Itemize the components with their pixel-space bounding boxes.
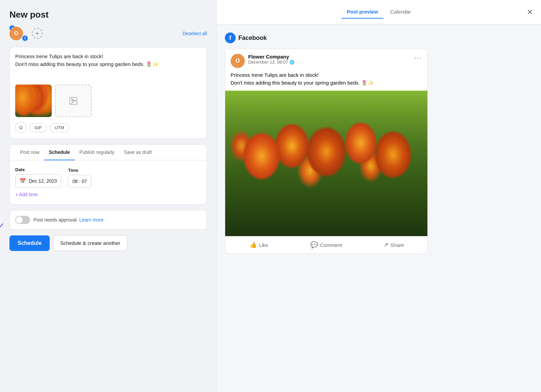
like-icon: 👍 <box>250 241 257 249</box>
add-media-button[interactable] <box>55 85 92 117</box>
fb-post-image <box>225 91 427 236</box>
post-content-card: Princess Irene Tulips are back in stock!… <box>9 47 207 139</box>
fb-post-time: December 12, 08:07 🌐 <box>248 60 411 65</box>
approval-text: Post needs approval. Learn more <box>33 217 103 223</box>
platform-label: f Facebook <box>225 32 533 43</box>
account-avatars[interactable]: O f <box>9 25 28 42</box>
date-label: Date <box>15 167 61 172</box>
date-value: Dec 12, 2023 <box>29 178 57 184</box>
fb-post-text: Princess Irene Tulips are back in stock!… <box>225 71 427 91</box>
comment-icon: 💬 <box>310 241 318 249</box>
time-input[interactable]: 08 : 07 <box>68 175 91 188</box>
action-buttons-row: Schedule Schedule & create another <box>9 235 207 251</box>
share-icon: ↗ <box>383 241 389 249</box>
more-options-button[interactable]: ··· <box>414 54 422 62</box>
time-separator: : <box>79 179 80 184</box>
facebook-logo: f <box>225 32 236 43</box>
globe-icon: 🌐 <box>289 60 295 65</box>
deselect-all-button[interactable]: Deselect all <box>183 31 207 36</box>
add-time-link[interactable]: + Add time <box>15 192 38 197</box>
time-minute: 07 <box>82 179 87 184</box>
left-panel: New post O f + Deselect all Princess Ire… <box>0 0 216 392</box>
page-title: New post <box>9 9 207 20</box>
time-label: Time <box>68 168 91 173</box>
date-time-row: Date 📅 Dec 12, 2023 Time 08 : 07 <box>15 167 201 188</box>
approval-card: Post needs approval. Learn more <box>9 210 207 230</box>
date-field-group: Date 📅 Dec 12, 2023 <box>15 167 61 188</box>
account-row: O f + Deselect all <box>9 25 207 42</box>
tab-post-now[interactable]: Post now <box>15 145 44 160</box>
time-field-group: Time 08 : 07 <box>68 168 91 188</box>
fb-post-meta: Flower Company December 12, 08:07 🌐 <box>248 54 411 65</box>
learn-more-link[interactable]: Learn more <box>79 217 103 223</box>
gif-button[interactable]: GIF <box>29 123 47 132</box>
emoji-button[interactable]: ☺ <box>15 122 27 133</box>
media-row <box>15 85 201 117</box>
tabs-body: Date 📅 Dec 12, 2023 Time 08 : 07 + Add t… <box>10 160 207 204</box>
platform-name: Facebook <box>238 34 267 42</box>
right-panel: Post preview Calendar ✕ f Facebook O Flo… <box>216 0 541 392</box>
post-text[interactable]: Princess Irene Tulips are back in stock!… <box>15 53 201 80</box>
fb-comment-button[interactable]: 💬 Comment <box>292 238 360 252</box>
fb-like-button[interactable]: 👍 Like <box>225 238 292 252</box>
arrow-annotation <box>0 221 20 248</box>
close-button[interactable]: ✕ <box>527 8 533 17</box>
fb-share-button[interactable]: ↗ Share <box>360 238 427 252</box>
fb-post-actions: 👍 Like 💬 Comment ↗ Share <box>225 236 427 253</box>
time-hour: 08 <box>72 179 78 184</box>
fb-username: Flower Company <box>248 54 411 60</box>
calendar-icon: 📅 <box>20 178 26 184</box>
add-account-button[interactable]: + <box>32 28 43 39</box>
tab-publish-regularly[interactable]: Publish regularly <box>75 145 119 160</box>
svg-point-1 <box>71 99 73 100</box>
right-header: Post preview Calendar ✕ <box>217 0 541 24</box>
fb-avatar: O <box>231 54 245 68</box>
tab-schedule[interactable]: Schedule <box>44 145 75 160</box>
tab-post-preview[interactable]: Post preview <box>342 5 384 19</box>
media-thumbnail[interactable] <box>15 85 52 117</box>
tab-calendar[interactable]: Calendar <box>385 5 416 19</box>
right-body: f Facebook O Flower Company December 12,… <box>217 24 541 392</box>
facebook-post-card: O Flower Company December 12, 08:07 🌐 ··… <box>225 49 428 254</box>
schedule-create-another-button[interactable]: Schedule & create another <box>53 235 127 251</box>
add-image-icon <box>69 96 78 106</box>
fb-post-header: O Flower Company December 12, 08:07 🌐 ··… <box>225 49 427 71</box>
date-input[interactable]: 📅 Dec 12, 2023 <box>15 174 61 188</box>
avatar: O <box>9 27 23 40</box>
tab-save-as-draft[interactable]: Save as draft <box>119 145 157 160</box>
facebook-badge-icon: f <box>22 35 28 42</box>
utm-button[interactable]: UTM <box>50 123 69 132</box>
tabs-header: Post now Schedule Publish regularly Save… <box>10 145 207 160</box>
preview-tabs: Post preview Calendar <box>342 5 416 19</box>
scheduling-card: Post now Schedule Publish regularly Save… <box>9 144 207 205</box>
toolbar-row: ☺ GIF UTM <box>15 122 201 133</box>
